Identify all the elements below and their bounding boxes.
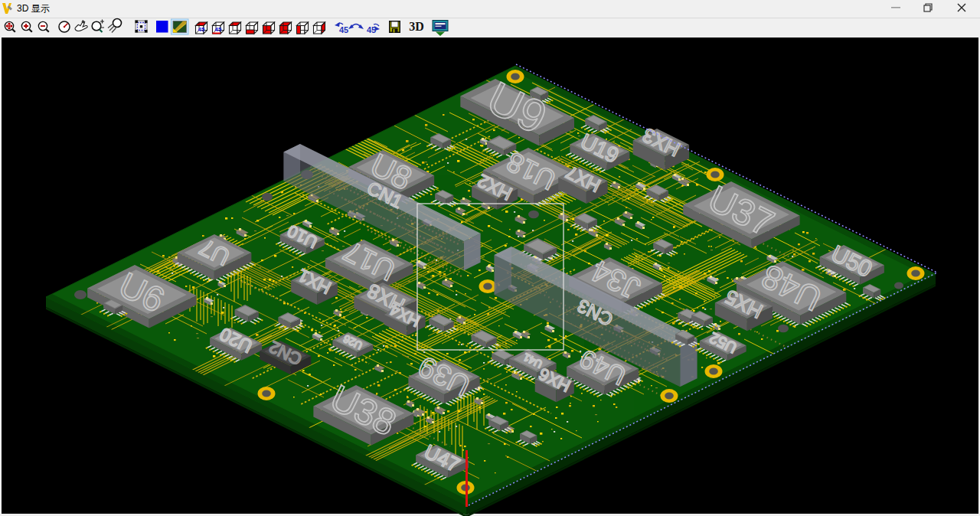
svg-text:45: 45 bbox=[198, 26, 205, 33]
svg-text:45: 45 bbox=[339, 25, 348, 34]
svg-text:45: 45 bbox=[215, 26, 222, 33]
svg-text:3D: 3D bbox=[409, 20, 424, 33]
svg-text:3D 显示: 3D 显示 bbox=[17, 3, 50, 14]
